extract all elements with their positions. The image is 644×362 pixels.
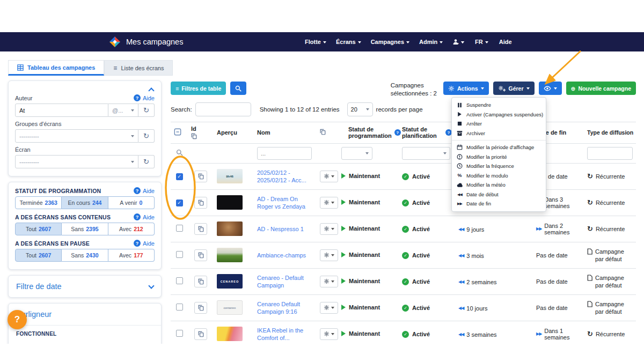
menu-item-periode-affichage[interactable]: Modifier la période d'affichage	[452, 143, 546, 152]
nav-flotte[interactable]: Flotte	[305, 39, 326, 45]
menu-item-frequence[interactable]: Modifier la fréquence	[452, 161, 546, 171]
help-icon[interactable]: ?	[394, 129, 401, 136]
campaign-name-link[interactable]: AD - Nespresso 1	[257, 225, 304, 233]
campaign-thumbnail[interactable]	[217, 327, 243, 341]
filter-statut-prog-select[interactable]	[341, 147, 372, 160]
filter-pause-tout-button[interactable]: Tout2607	[15, 249, 62, 262]
nav-campagnes[interactable]: Campagnes	[371, 39, 409, 45]
row-actions-button[interactable]	[320, 223, 338, 235]
filtres-table-button[interactable]: ≡Filtres de table	[171, 82, 226, 95]
filter-type-input[interactable]	[587, 147, 633, 160]
groupes-select[interactable]: ----------	[15, 129, 138, 143]
copy-id-button[interactable]	[194, 223, 207, 235]
ecran-select[interactable]: ----------	[15, 155, 138, 168]
filter-encours-button[interactable]: En cours244	[62, 196, 108, 209]
refresh-groupes-button[interactable]: ↻	[138, 129, 155, 143]
campaign-thumbnail[interactable]	[217, 248, 243, 262]
filter-contenus-sans-button[interactable]: Sans2395	[62, 223, 108, 235]
row-checkbox[interactable]	[176, 277, 183, 284]
menu-item-priorite[interactable]: Modifier la priorité	[452, 152, 546, 162]
row-actions-button[interactable]	[320, 276, 338, 287]
chevron-up-icon[interactable]	[148, 87, 154, 93]
actions-button[interactable]: Actions	[443, 82, 489, 95]
filter-avenir-button[interactable]: A venir0	[108, 196, 155, 209]
filter-nom-input[interactable]	[257, 147, 312, 160]
nav-account[interactable]: .	[457, 39, 464, 45]
refresh-auteur-button[interactable]: ↻	[138, 104, 155, 117]
row-checkbox[interactable]	[176, 251, 183, 258]
per-page-select[interactable]: 20	[347, 102, 373, 116]
campaign-name-link[interactable]: AD - Dream On Roger vs Zendaya	[257, 195, 313, 211]
row-actions-button[interactable]	[320, 302, 338, 314]
filter-statut-plan-select[interactable]	[402, 147, 450, 160]
tab-liste-ecrans[interactable]: ≡ Liste des écrans	[104, 60, 173, 76]
header-id[interactable]: Id	[188, 122, 214, 143]
filter-contenus-tout-button[interactable]: Tout2607	[15, 223, 62, 235]
campaign-thumbnail[interactable]	[217, 221, 243, 236]
row-actions-button[interactable]	[320, 249, 338, 261]
copy-id-button[interactable]	[194, 276, 207, 287]
header-duplicate[interactable]	[317, 122, 338, 143]
visibility-button[interactable]	[539, 82, 562, 95]
search-toggle-button[interactable]	[230, 82, 246, 95]
row-checkbox[interactable]	[176, 330, 183, 337]
row-checkbox[interactable]	[176, 304, 183, 311]
row-actions-button[interactable]	[320, 328, 338, 340]
row-actions-button[interactable]	[320, 197, 338, 209]
filter-pause-avec-button[interactable]: Avec177	[108, 249, 155, 262]
filtre-date-card[interactable]: Filtre de date	[8, 275, 162, 298]
chevron-down-icon[interactable]	[148, 283, 154, 289]
help-button[interactable]: ?	[8, 310, 27, 329]
campaign-name-link[interactable]: Ambiance-champs	[257, 252, 306, 259]
campaign-name-link[interactable]: IKEA Rebel in the Comfort of...	[257, 327, 313, 342]
menu-item-suspendre[interactable]: Suspendre	[452, 100, 546, 110]
tab-tableau-campagnes[interactable]: Tableau des campagnes	[8, 60, 104, 76]
campaign-name-link[interactable]: Cenareo - Default Campaign	[257, 274, 313, 290]
campaign-thumbnail[interactable]: CENAREO	[217, 274, 243, 289]
menu-item-archiver[interactable]: Archiver	[452, 129, 546, 138]
campaign-thumbnail[interactable]	[217, 195, 243, 210]
nav-ecrans[interactable]: Écrans	[336, 39, 361, 45]
menu-item-activer[interactable]: Activer (Campagnes suspendues)	[452, 110, 546, 120]
statut-aide-link[interactable]: ?Aide	[134, 187, 155, 194]
filter-terminee-button[interactable]: Terminée2363	[15, 196, 62, 209]
header-nom[interactable]: Nom	[254, 122, 317, 143]
header-apercu[interactable]: Aperçu	[214, 122, 254, 143]
nav-aide[interactable]: Aide	[499, 39, 512, 45]
campaign-name-link[interactable]: Cenareo Default Campaign 9:16	[257, 300, 313, 316]
row-actions-button[interactable]	[320, 171, 338, 182]
copy-id-button[interactable]	[194, 249, 207, 261]
nav-admin[interactable]: Admin	[419, 39, 443, 45]
campaign-name-link[interactable]: 2025/02/12 - 2025/02/12 - Acc...	[257, 169, 313, 184]
row-checkbox[interactable]	[176, 225, 183, 232]
pause-aide-link[interactable]: ?Aide	[134, 240, 155, 247]
campaign-thumbnail[interactable]: 9h46	[217, 169, 243, 183]
filter-pause-sans-button[interactable]: Sans2430	[62, 249, 108, 262]
menu-item-arreter[interactable]: Arrêter	[452, 119, 546, 129]
menu-item-modulo[interactable]: %Modifier le modulo	[452, 171, 546, 181]
menu-item-meteo[interactable]: Modifier la météo	[452, 180, 546, 190]
menu-item-date-fin[interactable]: ▶▶Date de fin	[452, 199, 546, 209]
contenus-aide-link[interactable]: ?Aide	[134, 213, 155, 220]
copy-id-button[interactable]	[194, 171, 207, 182]
copy-id-button[interactable]	[194, 328, 207, 340]
table-search-input[interactable]	[195, 102, 251, 116]
gerer-button[interactable]: Gérer	[493, 82, 535, 95]
auteur-input[interactable]	[15, 104, 108, 117]
header-statut-programmation[interactable]: Statut de programmation?	[338, 122, 399, 143]
copy-id-button[interactable]	[194, 302, 207, 314]
nouvelle-campagne-button[interactable]: ⊕Nouvelle campagne	[566, 82, 636, 95]
copy-id-button[interactable]	[194, 197, 207, 209]
row-checkbox[interactable]: ✓	[176, 200, 183, 206]
header-statut-planification[interactable]: Statut de planification?	[399, 122, 455, 143]
filter-contenus-avec-button[interactable]: Avec212	[108, 223, 155, 235]
nav-language[interactable]: FR	[475, 39, 488, 45]
campaign-thumbnail[interactable]: cenareo	[217, 300, 243, 315]
menu-item-date-debut[interactable]: ◀◀Date de début	[452, 190, 546, 200]
auteur-at-select[interactable]: @...	[108, 104, 138, 117]
header-type-diffusion[interactable]: Type de diffusion	[584, 122, 636, 143]
select-all-header[interactable]	[171, 122, 188, 143]
auteur-aide-link[interactable]: ?Aide	[134, 94, 155, 101]
row-checkbox[interactable]: ✓	[176, 173, 183, 180]
refresh-ecran-button[interactable]: ↻	[138, 155, 155, 168]
